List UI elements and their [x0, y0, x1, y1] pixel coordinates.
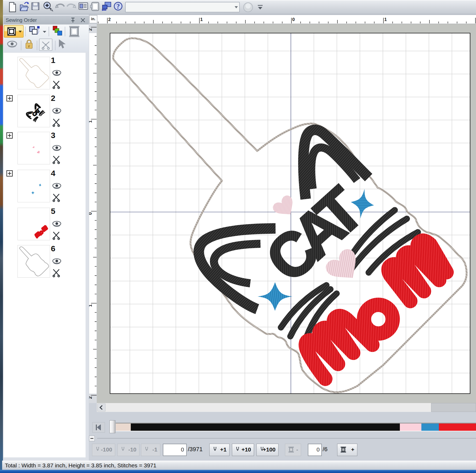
- svg-text:?: ?: [117, 3, 120, 10]
- svg-text:1: 1: [89, 304, 93, 307]
- svg-text:1: 1: [384, 17, 387, 22]
- svg-text:1: 1: [200, 17, 203, 22]
- svg-text:CAT: CAT: [31, 107, 41, 117]
- svg-text:r: r: [28, 44, 30, 48]
- svg-text:0: 0: [292, 17, 295, 22]
- svg-text:1: 1: [89, 120, 93, 123]
- svg-text:2: 2: [108, 17, 111, 22]
- svg-text:2: 2: [89, 28, 93, 31]
- svg-text:0: 0: [89, 212, 93, 215]
- svg-text:2: 2: [89, 396, 93, 399]
